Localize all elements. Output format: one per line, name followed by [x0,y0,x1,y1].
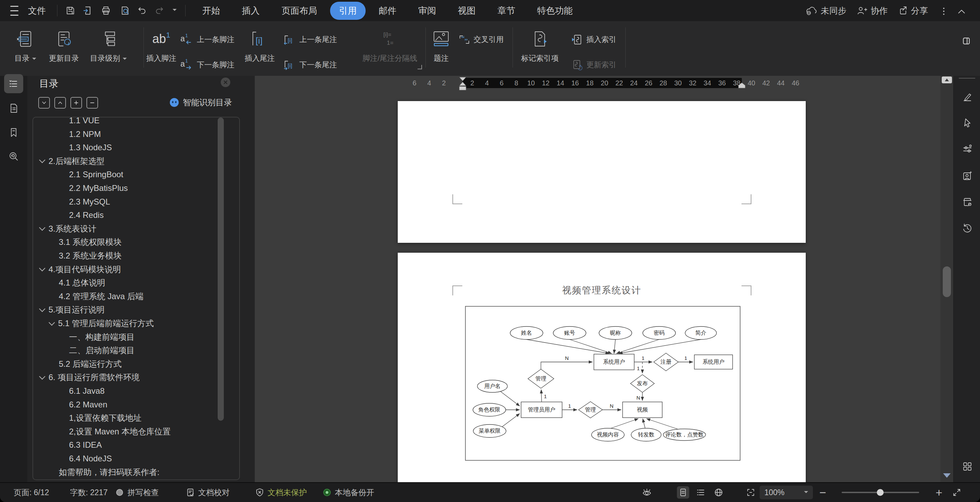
demote-button[interactable] [86,97,98,109]
outline-view-button[interactable] [695,486,707,499]
bookmark-button[interactable] [4,123,23,142]
proofread-status[interactable]: 文档校对 [186,483,230,502]
export-icon[interactable] [83,6,92,15]
scroll-up-button[interactable] [942,76,952,83]
file-menu[interactable]: 文件 [28,0,46,21]
history-panel-button[interactable] [962,222,973,234]
document-scrollbar[interactable] [940,76,953,483]
cross-reference-button[interactable]: “” 交叉引用 [458,34,504,45]
panel-scrollbar[interactable] [218,118,224,421]
undo-history-caret-icon[interactable] [173,0,177,21]
collapse-all-button[interactable] [54,97,66,109]
toc-item[interactable]: 6.2 Maven [69,399,107,410]
app-grid-button[interactable] [962,461,973,472]
print-preview-icon[interactable] [120,6,130,15]
menu-tab-8[interactable]: 章节 [488,2,524,20]
toc-button[interactable]: 目录 [8,24,43,72]
zoom-out-button[interactable]: − [819,483,826,502]
sync-button[interactable]: 未同步 [806,0,846,21]
toc-item[interactable]: 6. 项目运行所需软件环境 [40,372,140,383]
redo-icon[interactable] [154,6,164,15]
pen-tool-button[interactable] [962,91,973,102]
menu-tab-3[interactable]: 页面布局 [273,2,326,20]
menu-tab-7[interactable]: 视图 [449,2,485,20]
toc-item[interactable]: 2.1 SpringBoot [69,169,123,180]
toc-item[interactable]: 4.2 管理系统 Java 后端 [59,291,143,302]
insert-footnote-button[interactable]: ab1 插入脚注 [145,24,178,72]
menu-tab-5[interactable]: 邮件 [370,2,405,20]
indent-marker-left-icon[interactable] [459,76,466,91]
chevron-down-icon[interactable] [39,265,45,271]
document-canvas[interactable]: 6422468101214161820222426283032343638404… [255,76,941,483]
toc-level-button[interactable]: 目录级别 [86,24,130,72]
scrollbar-thumb[interactable] [943,266,951,297]
task-pane-toggle-icon[interactable] [962,37,970,45]
toc-item[interactable]: 1.1 VUE [69,117,99,126]
dialog-launcher-icon[interactable] [418,65,422,69]
next-endnote-button[interactable]: [i] 下一条尾注 [283,59,337,70]
toc-item[interactable]: 3.1 系统权限模块 [59,237,122,248]
chevron-down-icon[interactable] [39,157,45,163]
print-icon[interactable] [101,6,111,15]
menu-tab-9[interactable]: 特色功能 [528,2,582,20]
toc-item[interactable]: 6.4 NodeJS [69,453,112,464]
share-button[interactable]: 分享 [898,0,928,21]
menu-tab-2[interactable]: 插入 [233,2,269,20]
page-indicator[interactable]: 页面: 6/12 [14,483,49,502]
document-page-1[interactable] [398,101,806,243]
menu-tab-4[interactable]: 引用 [330,2,366,20]
undo-icon[interactable] [137,6,147,15]
scroll-down-icon[interactable] [943,473,951,481]
menu-tab-1[interactable]: 开始 [193,2,229,20]
caption-button[interactable]: 题注 [426,24,456,72]
mark-index-button[interactable]: 标记索引项 [517,24,563,72]
collaborate-button[interactable]: 协作 [857,0,888,21]
select-tool-button[interactable] [962,118,973,129]
fit-page-button[interactable] [745,486,757,499]
toc-item[interactable]: 1,设置依赖下载地址 [69,413,142,423]
toc-item[interactable]: 2.后端框架选型 [40,156,105,167]
toc-panel-button[interactable] [4,74,23,93]
toc-item[interactable]: 4.1 总体说明 [59,277,105,288]
close-panel-button[interactable] [221,78,230,87]
toc-item[interactable]: 2,设置 Maven 本地仓库位置 [69,426,170,437]
zoom-in-button[interactable]: + [935,483,942,502]
zoom-slider-thumb[interactable] [877,489,884,496]
prev-endnote-button[interactable]: [i] 上一条尾注 [283,34,337,45]
resource-store-panel-button[interactable] [962,196,973,207]
menu-tab-6[interactable]: 审阅 [409,2,445,20]
document-page-2[interactable]: 视频管理系统设计 [398,253,806,483]
save-icon[interactable] [65,6,75,15]
update-toc-button[interactable]: 更新目录 [45,24,83,72]
eye-protect-button[interactable] [641,486,653,499]
fullscreen-button[interactable] [951,486,963,499]
toc-item[interactable]: 3.系统表设计 [40,223,96,234]
toc-item[interactable]: 1.3 NodeJS [69,142,112,153]
toc-item[interactable]: 二、启动前端项目 [69,345,135,356]
next-footnote-button[interactable]: a1 下一条脚注 [180,59,234,70]
toc-item[interactable]: 5.2 后端运行方式 [59,359,122,370]
page-view-button[interactable] [677,486,689,499]
insert-index-button[interactable]: 插入索引 [571,34,616,45]
chevron-down-icon[interactable] [39,306,45,312]
collapse-ribbon-icon[interactable] [957,7,966,16]
backup-status[interactable]: 本地备份开 [323,483,374,502]
chevron-down-icon[interactable] [49,319,55,326]
find-replace-button[interactable] [4,147,23,166]
promote-button[interactable] [70,97,82,109]
expand-all-button[interactable] [38,97,50,109]
indent-marker-right-icon[interactable] [738,82,746,89]
chevron-down-icon[interactable] [39,373,45,380]
toc-item[interactable]: 2.2 MyBatisPlus [69,183,128,194]
zoom-level-select[interactable]: 100% [760,486,813,499]
prev-footnote-button[interactable]: a1 上一条脚注 [180,34,234,45]
more-options-icon[interactable] [939,6,948,16]
toc-item[interactable]: 6.1 Java8 [69,386,105,397]
settings-panel-button[interactable] [962,144,973,155]
toc-item[interactable]: 5.项目运行说明 [40,304,105,315]
word-count[interactable]: 字数: 2217 [70,483,108,502]
footnote-separator-button[interactable]: [i]=1= 脚注/尾注分隔线 [354,24,426,72]
toc-item[interactable]: 3.2 系统业务模块 [59,250,122,261]
smart-toc-button[interactable]: 智能识别目录 [169,97,232,108]
ai-avatar-panel-button[interactable] [962,170,973,181]
